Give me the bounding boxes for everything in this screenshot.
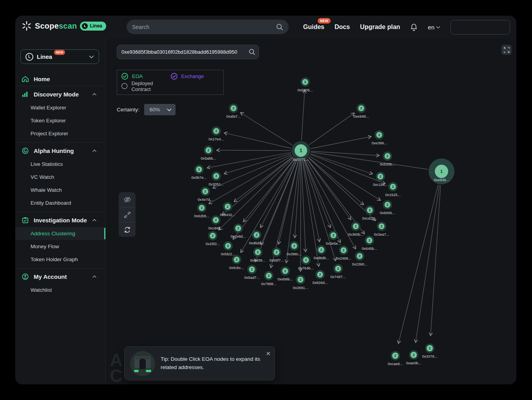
svg-text:2: 2 — [305, 258, 307, 262]
sidebar-item-alpha-hunting[interactable]: Alpha Hunting — [15, 144, 105, 158]
legend-deployed-contract[interactable]: Deployed Contract — [121, 80, 170, 92]
chevron-up-icon — [92, 219, 97, 222]
svg-text:0x0b7e...: 0x0b7e... — [191, 175, 206, 180]
nav-upgrade-plan[interactable]: Upgrade plan — [360, 24, 400, 31]
graph-node-0x5ad7[interactable]: 20x5ad7... — [244, 265, 259, 280]
svg-text:2: 2 — [227, 244, 229, 248]
nav-guides[interactable]: GuidesNEW — [303, 24, 324, 31]
global-search-input[interactable] — [132, 24, 276, 30]
close-icon[interactable]: ✕ — [266, 351, 271, 356]
svg-text:0xafa7...: 0xafa7... — [226, 114, 241, 118]
search-icon[interactable] — [248, 48, 255, 55]
tip-text: Tip: Double Click EOA nodes to expand it… — [161, 355, 269, 372]
sidebar-item-wallet-explorer[interactable]: Wallet Explorer — [15, 101, 105, 114]
graph-node-0x62b5[interactable]: 20x62b5... — [194, 203, 209, 218]
sidebar-item-token-explorer[interactable]: Token Explorer — [15, 114, 105, 127]
linea-logo-icon: L — [82, 23, 88, 29]
graph-node-0x645b[interactable]: 20x645b... — [362, 236, 377, 251]
graph-edge — [309, 113, 355, 145]
fullscreen-button[interactable] — [501, 45, 512, 55]
sidebar-item-whale-watch[interactable]: Whale Watch — [15, 184, 105, 196]
graph-node-0x17e4[interactable]: 20x17e4... — [208, 126, 224, 141]
svg-text:2: 2 — [204, 189, 206, 193]
graph-node-0x360b[interactable]: 20x360b... — [348, 222, 363, 236]
graph-node-0x5abb[interactable]: 20x5abb... — [201, 145, 216, 160]
global-search[interactable] — [127, 20, 289, 34]
graph-node-0x3ea7[interactable]: 20x3ea7... — [374, 222, 389, 236]
sidebar-item-vc-watch[interactable]: VC Watch — [15, 171, 105, 184]
graph-node-0xe948[interactable]: 20xe948... — [353, 104, 369, 118]
graph-node-0xcae8[interactable]: 20xcae8... — [388, 351, 403, 366]
sidebar-item-home[interactable]: Home — [15, 72, 105, 86]
graph-node-0xeb8b[interactable]: 20xeb8b... — [277, 266, 293, 281]
legend-eoa[interactable]: EOA — [121, 73, 170, 80]
graph-node-0x7988[interactable]: 20x7988... — [261, 271, 276, 286]
graph-node-0x4e7d[interactable]: 20x4e7d... — [197, 187, 213, 202]
graph-node-0xae0b[interactable]: 20xae0b... — [406, 350, 421, 365]
sidebar-item-money-flow[interactable]: Money Flow — [15, 240, 105, 253]
header-action-button[interactable] — [451, 20, 510, 35]
graph-node-0x530b[interactable]: 20x530b... — [380, 151, 395, 166]
graph-node-0x3e5e[interactable]: 20x3e5e... — [326, 231, 341, 245]
graph-node-0x2051[interactable]: 20x2051... — [208, 171, 224, 186]
hide-labels-button[interactable] — [119, 192, 136, 207]
sidebar-item-investigation-mode[interactable]: Investigation Mode — [15, 213, 105, 227]
graph-node-0x25f2[interactable]: 20x25f2... — [206, 231, 220, 246]
fit-view-icon — [124, 211, 131, 218]
address-search-box[interactable] — [117, 45, 259, 59]
network-selector[interactable]: L Linea NEW — [20, 49, 99, 64]
graph-node-0x0b7e[interactable]: 20x0b7e... — [191, 165, 206, 180]
graph-node-0x826d[interactable]: 20x826d... — [312, 270, 328, 285]
graph-node-0xcd48[interactable]: 20xcd48... — [208, 215, 224, 230]
refresh-button[interactable] — [119, 222, 136, 237]
svg-text:0x5ad7...: 0x5ad7... — [244, 275, 259, 280]
language-selector[interactable]: en — [428, 24, 440, 31]
graph-node-0x6006[interactable]: 20x6006... — [380, 200, 395, 215]
graph-node-0xcd15[interactable]: 20xcd15... — [362, 205, 378, 220]
svg-text:2: 2 — [215, 174, 217, 178]
graph-node-0xe936[interactable]: 10xe936... — [429, 158, 454, 184]
sidebar-item-watchlist[interactable]: Watchlist — [15, 284, 105, 296]
graph-node-0x5cbc[interactable]: 20x5cbc... — [229, 255, 244, 270]
graph-node-0x5075[interactable]: 10x5075... — [291, 141, 310, 162]
nav-docs[interactable]: Docs — [335, 24, 350, 31]
sidebar-item-token-holder-graph[interactable]: Token Holder Graph — [15, 253, 105, 266]
fit-view-button[interactable] — [119, 207, 136, 222]
svg-text:0x2390...: 0x2390... — [352, 262, 367, 266]
graph-node-0x5805[interactable]: 20x5805... — [297, 77, 313, 92]
graph-node-0xc116[interactable]: 20xc116... — [373, 172, 388, 187]
address-input[interactable] — [121, 49, 248, 55]
legend-exchange[interactable]: Exchange — [170, 73, 220, 80]
notifications-bell-icon[interactable] — [410, 23, 418, 31]
app-window: Scopescan L Linea GuidesNEWDocsUpgrade p… — [15, 16, 516, 384]
logo[interactable]: Scopescan L Linea — [22, 21, 106, 31]
graph-node-0x6432[interactable]: 20x6432... — [220, 202, 235, 217]
svg-text:0xcd48...: 0xcd48... — [208, 226, 224, 230]
graph-node-0xd6dd[interactable]: 20xd6dd... — [249, 230, 264, 245]
sidebar-item-address-clustering[interactable]: Address Clustering — [15, 227, 105, 240]
unchecked-circle-icon — [121, 82, 128, 90]
graph-node-0x2691[interactable]: 20x2691... — [293, 275, 308, 290]
graph-node-0x7487[interactable]: 20x7487... — [330, 264, 346, 279]
svg-text:2: 2 — [379, 175, 381, 178]
graph-node-0x3379[interactable]: 20x3379... — [422, 344, 437, 358]
graph-node-0xe399[interactable]: 20xe399... — [371, 130, 387, 145]
sidebar-item-entity-dashboard[interactable]: Entity Dashboard — [15, 196, 105, 209]
svg-text:0x7988...: 0x7988... — [261, 282, 276, 286]
svg-text:0xe948...: 0xe948... — [353, 114, 369, 118]
graph-node-0xfd22[interactable]: 20xfd22... — [221, 241, 235, 256]
sidebar-item-discovery-mode[interactable]: Discovery Mode — [15, 87, 105, 101]
sidebar-item-project-explorer[interactable]: Project Explorer — [15, 127, 105, 140]
graph-node-0xafa7[interactable]: 20xafa7... — [226, 104, 241, 118]
svg-text:0x5075...: 0x5075... — [293, 157, 308, 162]
graph-node-0x2469[interactable]: 20x2469... — [336, 245, 351, 260]
svg-text:2: 2 — [386, 154, 388, 158]
graph-node-0x4d39[interactable]: 20x4d39... — [250, 247, 265, 262]
graph-node-0xb5f7[interactable]: 20xb5f7... — [270, 247, 284, 262]
tip-illustration — [130, 351, 155, 376]
graph-node-0x2390[interactable]: 20x2390... — [352, 251, 367, 266]
svg-text:0x3e5e...: 0x3e5e... — [326, 241, 341, 245]
certainty-select[interactable]: 60% — [144, 104, 176, 115]
sidebar-item-live-statistics[interactable]: Live Statistics — [15, 158, 105, 171]
sidebar-item-my-account[interactable]: My Account — [15, 269, 105, 284]
